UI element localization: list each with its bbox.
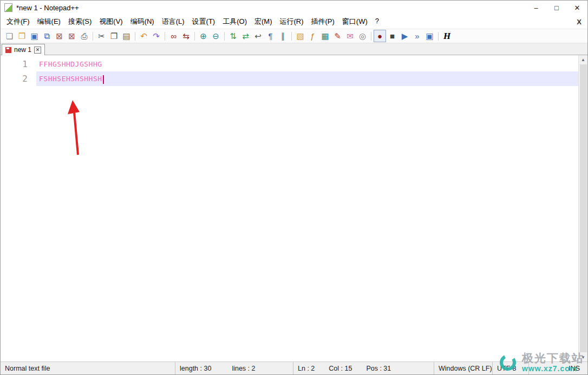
code-line: FSHHSEHSHSHHSH [36, 71, 578, 86]
toolbar-icon-glyph: ⊠ [56, 32, 63, 40]
red-arrow-annotation [64, 98, 86, 157]
status-pos: Pos : 31 [366, 365, 391, 372]
menu-item[interactable]: 视图(V) [95, 15, 126, 29]
menu-item[interactable]: 文件(F) [3, 15, 34, 29]
save-icon[interactable]: ▣ [28, 30, 41, 42]
undo-icon[interactable]: ↶ [138, 30, 150, 42]
copy-icon[interactable]: ❐ [108, 30, 120, 42]
window-title: *new 1 - Notepad++ [16, 4, 79, 12]
toolbar-icon-glyph: ▤ [122, 32, 130, 40]
editor-area[interactable]: 1 FFHGSHHDJGSHHG 2 FSHHSEHSHSHHSH ▲ ▼ [1, 55, 587, 361]
menubar-close-button[interactable]: X [571, 18, 587, 26]
toolbar-icon-glyph: ƒ [310, 32, 315, 40]
scrollbar-thumb[interactable] [580, 64, 587, 352]
cut-icon[interactable]: ✂ [95, 30, 108, 42]
toolbar-icon-glyph: H [443, 31, 450, 41]
editor-line[interactable]: 2 FSHHSEHSHSHHSH [1, 71, 578, 86]
toolbar-icon-glyph: ▣ [426, 32, 433, 40]
menu-item[interactable]: 工具(O) [219, 15, 251, 29]
minimize-button[interactable]: – [526, 1, 546, 15]
toolbar-icon-glyph: ⇄ [242, 32, 249, 40]
maximize-button[interactable]: □ [546, 1, 567, 15]
menu-item[interactable]: 编码(N) [127, 15, 158, 29]
macro-run-multiple-icon[interactable]: » [411, 30, 423, 42]
scroll-up-icon[interactable]: ▲ [579, 55, 588, 64]
menu-item[interactable]: 编辑(E) [34, 15, 64, 29]
find-icon[interactable]: ∞ [167, 30, 180, 42]
zoom-in-icon[interactable]: ⊕ [197, 30, 210, 42]
sync-vertical-icon[interactable]: ⇅ [227, 30, 239, 42]
redo-icon[interactable]: ↷ [150, 30, 162, 42]
open-folder-icon[interactable]: ❐ [16, 30, 28, 42]
menu-item[interactable]: 插件(P) [308, 15, 338, 29]
toolbar-icon-glyph: ✉ [347, 32, 354, 40]
line-number: 1 [1, 57, 36, 71]
watermark: 极光下载站 www.xz7.com [498, 352, 584, 373]
menu-item[interactable]: 语言(L) [158, 15, 188, 29]
menu-item[interactable]: 设置(T) [188, 15, 219, 29]
menu-item[interactable]: 窗口(W) [338, 15, 371, 29]
toolbar-icon-glyph: ■ [390, 32, 395, 40]
status-cursor-position: Ln : 2 Col : 15 Pos : 31 [293, 362, 434, 374]
tab-new-1[interactable]: new 1 ✕ [2, 44, 45, 55]
editor-lines: 1 FFHGSHHDJGSHHG 2 FSHHSEHSHSHHSH [1, 55, 578, 86]
menu-item[interactable]: ? [371, 15, 383, 29]
monitoring-icon[interactable]: ◎ [356, 30, 369, 42]
menu-item[interactable]: 宏(M) [251, 15, 276, 29]
macro-play-icon[interactable]: ▶ [398, 30, 411, 42]
close-button[interactable]: ✕ [567, 1, 587, 15]
word-wrap-icon[interactable]: ↩ [252, 30, 264, 42]
show-all-chars-icon[interactable]: ¶ [264, 30, 277, 42]
toolbar-icon-glyph: ❐ [18, 32, 25, 40]
sync-horizontal-icon[interactable]: ⇄ [239, 30, 252, 42]
status-lines: lines : 2 [232, 365, 255, 372]
print-icon[interactable]: ⎙ [78, 30, 90, 42]
toolbar-icon-glyph: ◎ [359, 32, 366, 40]
mail-icon[interactable]: ✉ [344, 30, 356, 42]
menu-item[interactable]: 运行(R) [276, 15, 307, 29]
toolbar-icon-glyph: ▣ [30, 32, 38, 40]
close-file-icon[interactable]: ⊠ [53, 30, 66, 42]
toolbar-icon-glyph: ↷ [153, 32, 160, 40]
macro-stop-icon[interactable]: ■ [386, 30, 398, 42]
status-line: Ln : 2 [298, 365, 315, 372]
watermark-text: 极光下载站 www.xz7.com [522, 352, 584, 373]
indent-guide-icon[interactable]: ∥ [277, 30, 289, 42]
text-caret [103, 75, 104, 84]
function-list-icon[interactable]: ƒ [306, 30, 319, 42]
toolbar-icon-glyph: ❐ [110, 32, 117, 40]
macro-save-icon[interactable]: ▣ [423, 30, 436, 42]
toolbar-separator [369, 30, 374, 42]
toolbar-icon-glyph: ↩ [254, 32, 262, 40]
save-all-icon[interactable]: ⧉ [41, 30, 53, 42]
code-text: FFHGSHHDJGSHHG [39, 60, 102, 68]
paste-icon[interactable]: ▤ [120, 30, 133, 42]
html-h-icon[interactable]: H [441, 30, 453, 42]
toolbar-separator [222, 30, 227, 42]
title-bar[interactable]: *new 1 - Notepad++ – □ ✕ [1, 1, 587, 15]
doc-map-icon[interactable]: ▧ [294, 30, 306, 42]
toolbar-separator [192, 30, 197, 42]
toolbar-icon-glyph: ⊠ [68, 32, 75, 40]
toolbar-icon-glyph: ⇆ [182, 32, 190, 40]
line-number: 2 [1, 71, 36, 86]
new-file-icon[interactable]: ❏ [3, 30, 16, 42]
toolbar-icon-glyph: ▶ [402, 32, 408, 40]
close-all-icon[interactable]: ⊠ [66, 30, 78, 42]
editor-line[interactable]: 1 FFHGSHHDJGSHHG [1, 57, 578, 71]
macro-record-icon[interactable]: ● [374, 30, 386, 42]
tab-close-icon[interactable]: ✕ [34, 47, 41, 54]
toolbar-icon-glyph: ⊕ [200, 32, 207, 40]
menu-item[interactable]: 搜索(S) [64, 15, 95, 29]
zoom-out-icon[interactable]: ⊖ [210, 30, 222, 42]
toolbar: ❏❐▣⧉⊠⊠⎙✂❐▤↶↷∞⇆⊕⊖⇅⇄↩¶∥▧ƒ▦✎✉◎●■▶»▣H [1, 29, 587, 43]
folder-workspace-icon[interactable]: ▦ [319, 30, 331, 42]
tab-label: new 1 [14, 46, 31, 54]
replace-icon[interactable]: ⇆ [180, 30, 192, 42]
vertical-scrollbar[interactable]: ▲ ▼ [578, 55, 587, 361]
notepadpp-logo-icon [4, 3, 12, 12]
toolbar-icon-glyph: ▧ [296, 32, 304, 40]
status-eol-format[interactable]: Windows (CR LF) [434, 362, 492, 374]
edit-pencil-icon[interactable]: ✎ [331, 30, 344, 42]
toolbar-icon-glyph: ⇅ [230, 32, 237, 40]
